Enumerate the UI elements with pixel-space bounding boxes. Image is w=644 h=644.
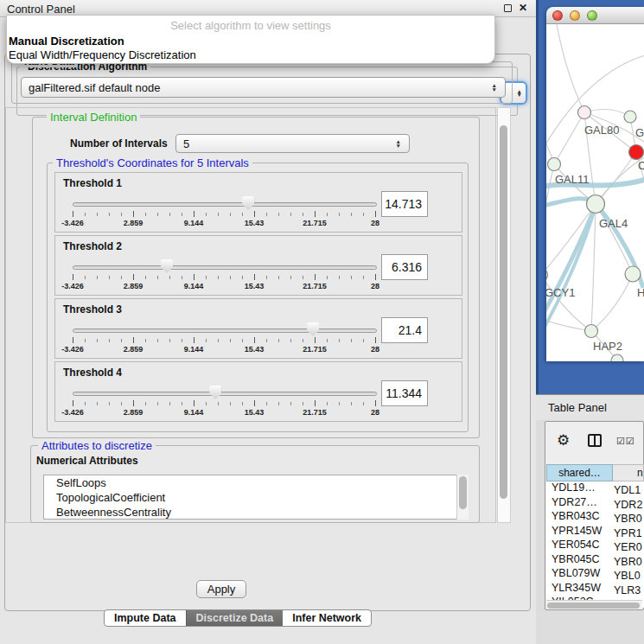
node-gal11[interactable]	[548, 158, 561, 171]
tick-label: 28	[371, 282, 379, 290]
tick-mark	[133, 337, 134, 343]
tick-mark	[278, 402, 279, 405]
minimize-traffic-light[interactable]	[570, 10, 580, 21]
table-row[interactable]: YBR043CYBR0	[546, 510, 644, 525]
zoom-traffic-light[interactable]	[587, 10, 597, 21]
tick-mark	[218, 339, 219, 342]
threshold-slider[interactable]: -3.4262.8599.14415.4321.71528	[73, 320, 377, 356]
thresholds-list: Threshold 1 -3.4262.8599.14415.4321.7152…	[48, 172, 468, 422]
close-traffic-light[interactable]	[552, 10, 563, 21]
close-icon[interactable]: ✕	[519, 2, 527, 14]
below-table-area	[536, 611, 644, 644]
tick-mark	[351, 339, 352, 342]
node-right-mid[interactable]	[625, 266, 641, 282]
table-row[interactable]: YLR345WYLR3	[546, 582, 644, 596]
slider-thumb[interactable]	[307, 322, 319, 336]
tab-impute-data[interactable]: Impute Data	[105, 610, 186, 626]
tick-mark	[85, 276, 86, 279]
threshold-slider[interactable]: -3.4262.8599.14415.4321.71528	[73, 383, 377, 419]
threshold-value-field[interactable]	[381, 254, 428, 280]
tick-mark	[182, 213, 182, 216]
threshold-value-field[interactable]	[381, 317, 428, 343]
tab-infer-network[interactable]: Infer Network	[283, 610, 371, 626]
table-row[interactable]: YBR045CYBR0	[546, 553, 644, 568]
node-hap2[interactable]	[585, 325, 598, 338]
node-bottom[interactable]	[611, 354, 623, 361]
tick-mark	[315, 337, 316, 343]
attribute-item[interactable]: BetweennessCentrality	[44, 505, 468, 520]
tick-mark	[121, 213, 122, 216]
vertical-scrollbar-thumb[interactable]	[500, 125, 507, 499]
network-canvas[interactable]: GAL80 GA C GAL11 GAL4 GCY1 H HAP2	[546, 24, 644, 361]
table-horizontal-scrollbar[interactable]	[546, 600, 642, 609]
tick-mark	[169, 402, 170, 405]
tick-mark	[266, 402, 267, 405]
checkbox-icons[interactable]: ☑☑	[616, 436, 635, 447]
node-pink[interactable]	[578, 106, 591, 119]
tick-mark	[254, 274, 255, 280]
table-row[interactable]: YPR145WYPR1	[546, 525, 644, 539]
interval-definition-title: Interval Definition	[47, 111, 140, 124]
slider-ticks	[73, 400, 377, 407]
tick-mark	[278, 339, 279, 342]
thresholds-group: Threshold's Coordinates for 5 Intervals …	[47, 163, 469, 432]
node-highlighted-red[interactable]	[629, 145, 644, 160]
tick-mark	[157, 276, 158, 279]
cell-name: YPR1	[610, 527, 642, 539]
cell-name: YBL0	[610, 570, 641, 582]
tick-mark	[157, 213, 158, 216]
table-row[interactable]: YDR27…YDR2	[546, 496, 644, 511]
slider-ticks	[73, 211, 377, 218]
column-layout-icon[interactable]	[588, 434, 602, 447]
threshold-slider[interactable]: -3.4262.8599.14415.4321.71528	[73, 257, 377, 293]
algorithm-option-equal-width[interactable]: Equal Width/Frequency Discretization	[9, 48, 196, 61]
node-gal4[interactable]	[587, 195, 605, 214]
node-top-right[interactable]	[624, 111, 636, 123]
number-of-intervals-label: Number of Intervals	[70, 137, 168, 150]
float-window-icon[interactable]	[504, 4, 512, 12]
gear-icon[interactable]: ⚙	[557, 431, 570, 450]
column-header-shared-name[interactable]: shared…	[546, 464, 613, 481]
attributes-list-scrollbar[interactable]	[456, 475, 469, 520]
attribute-item[interactable]: TopologicalCoefficient	[44, 490, 468, 505]
tick-mark	[315, 274, 316, 280]
tick-mark	[266, 339, 267, 342]
attribute-item[interactable]: SelfLoops	[44, 475, 468, 490]
threshold-slider[interactable]: -3.4262.8599.14415.4321.71528	[73, 194, 377, 230]
threshold-value-field[interactable]	[381, 191, 428, 217]
numerical-attributes-label: Numerical Attributes	[36, 455, 138, 467]
algorithm-placeholder: Select algorithm to view settings	[7, 19, 494, 32]
slider-track[interactable]	[73, 202, 377, 207]
tick-label: 15.43	[245, 345, 265, 354]
slider-track[interactable]	[73, 392, 377, 396]
tick-mark	[145, 402, 146, 405]
table-row[interactable]: YDL19…YDL1	[546, 481, 644, 496]
tick-mark	[194, 400, 194, 406]
node-gcy1[interactable]	[546, 269, 548, 282]
algorithm-option-manual[interactable]: Manual Discretization	[9, 35, 124, 48]
threshold-panel: Threshold 1 -3.4262.8599.14415.4321.7152…	[54, 172, 462, 233]
slider-thumb[interactable]	[209, 386, 221, 399]
slider-thumb[interactable]	[242, 196, 254, 210]
table-row[interactable]: YER054CYER0	[546, 539, 644, 553]
table-row[interactable]: YBL079WYBL0	[546, 567, 644, 582]
slider-track[interactable]	[73, 265, 377, 270]
table-data-combo[interactable]: galFiltered.sif default node ▲▼	[21, 77, 506, 98]
tick-mark	[303, 276, 303, 279]
tick-mark	[327, 402, 328, 405]
settings-vertical-scrollbar[interactable]	[497, 107, 511, 523]
number-of-intervals-combo[interactable]: 5 ▲▼	[175, 134, 410, 153]
apply-button[interactable]: Apply	[196, 580, 246, 598]
tick-mark	[266, 213, 267, 216]
slider-thumb[interactable]	[161, 259, 173, 273]
threshold-value-field[interactable]	[381, 380, 428, 406]
horizontal-scrollbar-thumb[interactable]	[547, 603, 640, 609]
numerical-attributes-list[interactable]: SelfLoopsTopologicalCoefficientBetweenne…	[43, 475, 469, 520]
slider-track[interactable]	[73, 328, 377, 333]
tick-mark	[230, 276, 231, 279]
attributes-scrollbar-thumb[interactable]	[459, 476, 467, 509]
node-label: GCY1	[546, 286, 575, 299]
column-header-name[interactable]: na	[613, 464, 644, 481]
node-label: H	[637, 286, 644, 299]
tab-discretize-data[interactable]: Discretize Data	[186, 610, 284, 626]
